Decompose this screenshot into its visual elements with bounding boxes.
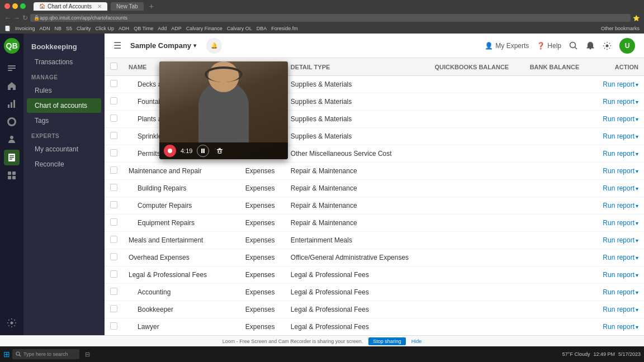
select-all-checkbox[interactable]	[110, 63, 117, 70]
run-report-dropdown-14[interactable]: ▾	[636, 324, 638, 330]
row-checkbox-3[interactable]	[110, 132, 117, 139]
hide-banner-link[interactable]: Hide	[411, 339, 422, 344]
svg-rect-8	[10, 155, 14, 156]
bookmark-calvary-finance[interactable]: Calvary Finance	[186, 26, 222, 31]
run-report-link-2[interactable]: Run report	[603, 115, 634, 123]
run-report-link-13[interactable]: Run report	[603, 306, 634, 313]
bell-button[interactable]	[586, 41, 595, 50]
pause-button[interactable]	[197, 145, 209, 157]
sidebar-icon-accounting[interactable]	[4, 114, 20, 130]
bookmark-other[interactable]: Other bookmarks	[601, 26, 640, 31]
row-checkbox-5[interactable]	[110, 166, 117, 174]
row-checkbox-1[interactable]	[110, 97, 117, 104]
row-checkbox-12[interactable]	[110, 288, 117, 295]
gear-button[interactable]	[603, 41, 612, 50]
run-report-link-9[interactable]: Run report	[603, 236, 634, 244]
run-report-link-11[interactable]: Run report	[603, 271, 634, 279]
run-report-link-14[interactable]: Run report	[603, 323, 634, 331]
run-report-dropdown-9[interactable]: ▾	[636, 237, 638, 244]
company-selector[interactable]: Sample Company ▾	[130, 41, 196, 50]
delete-button[interactable]	[214, 145, 226, 157]
bookmark-foreside[interactable]: Foreside.fm	[271, 26, 298, 31]
sidebar-item-tags[interactable]: Tags	[27, 113, 101, 128]
run-report-link-1[interactable]: Run report	[603, 98, 634, 106]
run-report-dropdown-11[interactable]: ▾	[636, 272, 638, 278]
bookmark-dba[interactable]: DBA	[257, 26, 267, 31]
row-checkbox-8[interactable]	[110, 218, 117, 226]
run-report-link-7[interactable]: Run report	[603, 202, 634, 209]
hamburger-menu-icon[interactable]: ☰	[113, 40, 121, 51]
minimize-window-btn[interactable]	[12, 3, 18, 9]
taskbar-search[interactable]: Type here to search	[12, 349, 79, 359]
bookmark-s5[interactable]: S5	[66, 26, 72, 31]
row-checkbox-7[interactable]	[110, 201, 117, 208]
sidebar-icon-bookkeeping[interactable]	[4, 150, 20, 165]
bookmark-invoicing[interactable]: Invoicing	[15, 26, 35, 31]
bookmark-calvary-ol[interactable]: Calvary OL	[227, 26, 252, 31]
run-report-dropdown-10[interactable]: ▾	[636, 255, 638, 261]
help-button[interactable]: ❓ Help	[537, 42, 561, 50]
bookmark-adh[interactable]: ADH	[119, 26, 129, 31]
run-report-dropdown-8[interactable]: ▾	[636, 220, 638, 226]
sidebar-item-transactions[interactable]: Transactions	[27, 55, 101, 69]
run-report-dropdown-2[interactable]: ▾	[636, 116, 638, 122]
bookmark-adp[interactable]: ADP	[171, 26, 182, 31]
browser-tab-active[interactable]: 🏠 Chart of Accounts ✕	[34, 2, 107, 11]
row-checkbox-0[interactable]	[110, 80, 117, 87]
run-report-link-10[interactable]: Run report	[603, 254, 634, 261]
run-report-dropdown-5[interactable]: ▾	[636, 168, 638, 174]
close-window-btn[interactable]	[4, 3, 10, 9]
sidebar-item-my-accountant[interactable]: My accountant	[27, 142, 101, 156]
maximize-window-btn[interactable]	[20, 3, 26, 9]
browser-tab-new[interactable]: New Tab	[111, 2, 144, 11]
sidebar-icon-people[interactable]	[4, 132, 20, 147]
row-checkbox-11[interactable]	[110, 270, 117, 278]
bookmark-clarity[interactable]: Clarity	[77, 26, 91, 31]
row-checkbox-6[interactable]	[110, 184, 117, 191]
run-report-dropdown-13[interactable]: ▾	[636, 307, 638, 313]
run-report-dropdown-6[interactable]: ▾	[636, 185, 638, 192]
address-bar[interactable]: 🔒 app.qbo.intuit.com/app/chartofaccounts	[30, 14, 631, 22]
notifications-icon[interactable]: 🔔	[206, 38, 222, 54]
sidebar-item-chart-of-accounts[interactable]: Chart of accounts	[27, 98, 101, 113]
sidebar-item-reconcile[interactable]: Reconcile	[27, 157, 101, 172]
sidebar-icon-apps[interactable]	[4, 168, 20, 183]
row-checkbox-9[interactable]	[110, 236, 117, 243]
run-report-link-6[interactable]: Run report	[603, 184, 634, 192]
sidebar-item-rules[interactable]: Rules	[27, 83, 101, 98]
run-report-link-5[interactable]: Run report	[603, 167, 634, 175]
sidebar-icon-transactions[interactable]	[4, 60, 20, 76]
sidebar-icon-reports[interactable]	[4, 96, 20, 112]
run-report-link-0[interactable]: Run report	[603, 80, 634, 88]
user-avatar[interactable]: U	[619, 38, 635, 54]
record-button[interactable]	[164, 145, 176, 157]
bookmark-adn[interactable]: ADN	[40, 26, 50, 31]
run-report-dropdown-12[interactable]: ▾	[636, 289, 638, 296]
run-report-dropdown-3[interactable]: ▾	[636, 134, 638, 140]
run-report-dropdown-1[interactable]: ▾	[636, 99, 638, 105]
row-checkbox-2[interactable]	[110, 115, 117, 122]
bookmark-nb[interactable]: NB	[55, 26, 62, 31]
taskbar-task-view[interactable]: ⊟	[82, 348, 93, 360]
bookmark-clickup[interactable]: Click Up	[96, 26, 115, 31]
run-report-dropdown-0[interactable]: ▾	[636, 82, 638, 88]
run-report-dropdown-7[interactable]: ▾	[636, 203, 638, 209]
run-report-link-3[interactable]: Run report	[603, 132, 634, 140]
search-button[interactable]	[569, 41, 578, 50]
run-report-link-8[interactable]: Run report	[603, 219, 634, 227]
row-checkbox-13[interactable]	[110, 305, 117, 312]
bookmark-add[interactable]: Add	[158, 26, 167, 31]
my-experts-button[interactable]: 👤 My Experts	[485, 42, 529, 50]
windows-start-icon[interactable]: ⊞	[3, 350, 10, 359]
run-report-link-4[interactable]: Run report	[603, 150, 634, 158]
sidebar-icon-home[interactable]	[4, 78, 20, 94]
sidebar-icon-settings[interactable]	[4, 315, 20, 331]
row-checkbox-14[interactable]	[110, 322, 117, 330]
svg-rect-20	[201, 149, 203, 153]
run-report-dropdown-4[interactable]: ▾	[636, 151, 638, 157]
bookmark-qbtime[interactable]: QB Time	[134, 26, 153, 31]
run-report-link-12[interactable]: Run report	[603, 288, 634, 296]
row-checkbox-10[interactable]	[110, 253, 117, 260]
row-checkbox-4[interactable]	[110, 149, 117, 156]
stop-sharing-button[interactable]: Stop sharing	[368, 337, 406, 345]
